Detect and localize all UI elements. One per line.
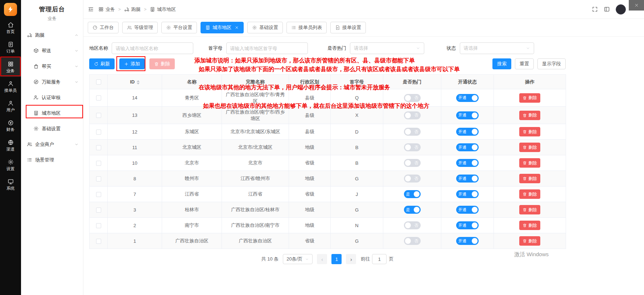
rail-item-channels[interactable]: 渠道 <box>0 136 21 155</box>
row-checkbox[interactable] <box>96 239 101 244</box>
hot-switch[interactable]: 否 <box>404 159 421 167</box>
hot-switch[interactable]: 否 <box>404 237 421 245</box>
rail-item-settings[interactable]: 设置 <box>0 155 21 175</box>
menu-item-city-area[interactable]: 城市地区 <box>21 105 83 121</box>
avatar[interactable] <box>616 4 626 15</box>
row-delete-button[interactable]: 删除 <box>519 127 540 136</box>
hot-switch[interactable]: 否 <box>404 221 421 229</box>
menu-item-universal-service[interactable]: 万能服务 <box>21 74 83 90</box>
tab-city-area[interactable]: 城市地区 <box>201 22 244 33</box>
sort-carets[interactable] <box>137 80 140 85</box>
rail-item-finance[interactable]: 财务 <box>0 116 21 136</box>
row-checkbox[interactable] <box>96 192 101 197</box>
menu-item-basic-settings[interactable]: 基础设置 <box>21 121 83 136</box>
breadcrumb-label: 业务 <box>106 6 115 13</box>
row-checkbox[interactable] <box>96 223 101 228</box>
row-checkbox[interactable] <box>96 176 101 181</box>
open-status-switch[interactable]: 开通 <box>456 221 479 229</box>
tab-courier-list[interactable]: 接单员列表 <box>286 22 327 33</box>
hot-switch[interactable]: 是 <box>404 190 421 198</box>
initial-letter-input[interactable] <box>226 42 308 54</box>
open-status-switch[interactable]: 开通 <box>456 128 479 136</box>
row-delete-button[interactable]: 删除 <box>519 236 540 246</box>
tab-level-management[interactable]: 等级管理 <box>122 22 158 33</box>
table-row: 14青秀区广西壮族自治区/南宁市/青秀区县级Q否开通删除 <box>90 89 566 107</box>
row-checkbox[interactable] <box>96 161 101 166</box>
rail-item-orders[interactable]: 订单 <box>0 38 21 57</box>
window-close-button[interactable] <box>629 0 644 11</box>
open-status-switch[interactable]: 开通 <box>456 190 479 198</box>
select-placeholder: 请选择 <box>354 45 368 52</box>
row-delete-button[interactable]: 删除 <box>519 143 540 152</box>
row-delete-button[interactable]: 删除 <box>519 205 540 214</box>
tab-workbench[interactable]: 工作台 <box>88 22 119 33</box>
chevron-down-icon <box>305 257 309 261</box>
menu-item-auth-review[interactable]: 认证审核 <box>21 90 83 105</box>
row-delete-button[interactable]: 删除 <box>519 93 540 103</box>
rail-item-business[interactable]: 业务 <box>0 57 21 77</box>
tab-label: 接单员列表 <box>298 24 322 31</box>
left-rail: 首页订单业务接单员用户财务渠道设置系统 <box>0 0 21 295</box>
goto-page-input[interactable] <box>372 254 387 264</box>
hot-switch[interactable]: 否 <box>404 128 421 136</box>
menu-item-errand[interactable]: 跑腿 <box>21 27 83 43</box>
breadcrumb-item[interactable]: 跑腿 <box>124 6 141 13</box>
layout-icon[interactable] <box>604 6 610 12</box>
rail-item-home[interactable]: 首页 <box>0 18 21 38</box>
rail-item-courier[interactable]: 接单员 <box>0 77 21 97</box>
select-all-checkbox[interactable] <box>96 79 101 85</box>
current-page-button[interactable]: 1 <box>331 254 342 264</box>
open-status-switch[interactable]: 开通 <box>456 175 479 183</box>
data-table: ID名称完整名称行政区划首字母是否热门开通状态操作14青秀区广西壮族自治区/南宁… <box>89 74 566 249</box>
fullscreen-icon[interactable] <box>592 6 598 12</box>
rail-item-users[interactable]: 用户 <box>0 97 21 116</box>
hot-switch[interactable]: 否 <box>404 111 421 119</box>
open-status-switch[interactable]: 开通 <box>456 143 479 151</box>
open-status-switch[interactable]: 开通 <box>456 237 479 245</box>
menu-item-scene-management[interactable]: 场景管理 <box>21 152 83 168</box>
refresh-button[interactable]: 刷新 <box>89 58 115 69</box>
is-hot-select[interactable]: 请选择 <box>350 42 424 54</box>
menu-item-help-buy[interactable]: 帮买 <box>21 58 83 74</box>
cell-hot: 否 <box>383 155 441 171</box>
app-logo[interactable] <box>4 3 17 16</box>
row-checkbox[interactable] <box>96 145 101 150</box>
row-checkbox[interactable] <box>96 113 101 118</box>
row-delete-button[interactable]: 删除 <box>519 111 540 120</box>
reset-button[interactable]: 重置 <box>515 58 534 69</box>
menu-item-label: 城市地区 <box>42 110 61 116</box>
hot-switch[interactable]: 是 <box>404 206 421 214</box>
prev-page-button[interactable]: ‹ <box>317 254 327 264</box>
hot-switch[interactable]: 否 <box>404 175 421 183</box>
menu-item-help-deliver[interactable]: 帮送 <box>21 43 83 58</box>
tab-order-taking-settings[interactable]: 接单设置 <box>330 22 366 33</box>
rail-item-system[interactable]: 系统 <box>0 175 21 194</box>
row-delete-button[interactable]: 删除 <box>519 158 540 168</box>
tab-platform-settings[interactable]: 平台设置 <box>161 22 197 33</box>
breadcrumb-item[interactable]: 城市地区 <box>150 6 176 13</box>
hot-switch[interactable]: 否 <box>404 143 421 151</box>
page-size-select[interactable]: 20条/页 <box>283 254 313 264</box>
open-status-switch[interactable]: 开通 <box>456 94 479 102</box>
menu-item-enterprise-merchant[interactable]: 企业商户 <box>21 136 83 152</box>
area-name-input[interactable] <box>112 42 193 54</box>
open-status-switch[interactable]: 开通 <box>456 159 479 167</box>
next-page-button[interactable]: › <box>346 254 356 264</box>
row-delete-button[interactable]: 删除 <box>519 189 540 199</box>
open-status-switch[interactable]: 开通 <box>456 206 479 214</box>
hot-switch[interactable]: 否 <box>404 94 421 102</box>
row-checkbox[interactable] <box>96 130 101 135</box>
row-checkbox[interactable] <box>96 95 101 101</box>
row-delete-button[interactable]: 删除 <box>519 174 540 183</box>
open-status-switch[interactable]: 开通 <box>456 111 479 119</box>
row-checkbox[interactable] <box>96 208 101 213</box>
search-button[interactable]: 搜索 <box>492 58 511 69</box>
breadcrumb-item[interactable]: 业务 <box>98 6 115 13</box>
bulk-delete-button[interactable]: 删除 <box>149 58 175 69</box>
add-button[interactable]: 添加 <box>119 58 145 69</box>
collapse-sidebar-icon[interactable] <box>88 6 94 12</box>
show-fields-button[interactable]: 显示字段 <box>537 58 566 69</box>
status-select[interactable]: 请选择 <box>460 42 534 54</box>
tab-basic-settings[interactable]: 基础设置 <box>247 22 283 33</box>
row-delete-button[interactable]: 删除 <box>519 221 540 230</box>
